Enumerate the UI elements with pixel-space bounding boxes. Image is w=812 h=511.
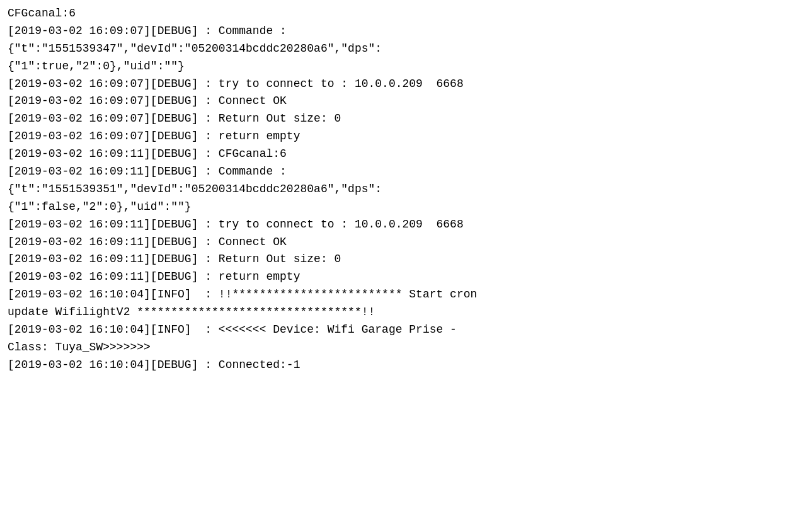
log-line: [2019-03-02 16:10:04][INFO] : <<<<<<< De… (8, 321, 812, 357)
log-line: [2019-03-02 16:09:07][DEBUG] : Connect O… (8, 93, 812, 110)
log-line: [2019-03-02 16:09:07][DEBUG] : Return Ou… (8, 110, 812, 128)
log-line: [2019-03-02 16:10:04][INFO] : !!********… (8, 286, 812, 321)
log-line: {"t":"1551539347","devId":"05200314bcddc… (8, 40, 812, 58)
log-line: [2019-03-02 16:09:07][DEBUG] : Commande … (8, 23, 812, 40)
log-window: CFGcanal:6[2019-03-02 16:09:07][DEBUG] :… (0, 0, 812, 511)
log-line: [2019-03-02 16:09:07][DEBUG] : return em… (8, 128, 812, 146)
log-line: [2019-03-02 16:09:11][DEBUG] : Commande … (8, 163, 812, 181)
log-line: {"1":false,"2":0},"uid":""} (8, 198, 812, 216)
log-line: [2019-03-02 16:09:11][DEBUG] : CFGcanal:… (8, 146, 812, 163)
log-line: [2019-03-02 16:09:07][DEBUG] : try to co… (8, 76, 812, 93)
log-line: [2019-03-02 16:10:04][DEBUG] : Connected… (8, 357, 812, 374)
log-line: {"1":true,"2":0},"uid":""} (8, 58, 812, 76)
log-line: CFGcanal:6 (8, 5, 812, 23)
log-line: [2019-03-02 16:09:11][DEBUG] : Return Ou… (8, 251, 812, 268)
log-line: [2019-03-02 16:09:11][DEBUG] : try to co… (8, 216, 812, 234)
log-line: {"t":"1551539351","devId":"05200314bcddc… (8, 181, 812, 198)
log-line: [2019-03-02 16:09:11][DEBUG] : return em… (8, 268, 812, 286)
log-line: [2019-03-02 16:09:11][DEBUG] : Connect O… (8, 234, 812, 251)
